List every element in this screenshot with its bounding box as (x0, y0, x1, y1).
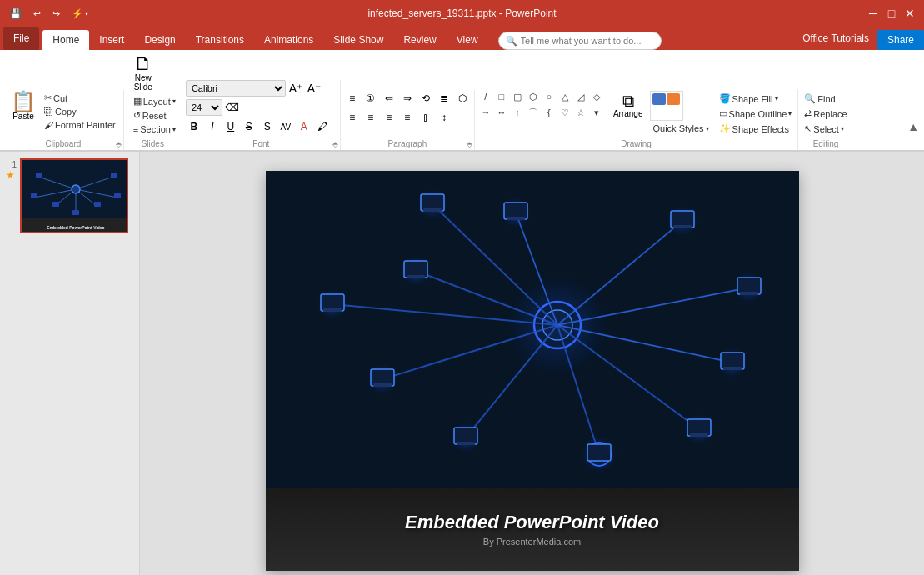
section-button[interactable]: ≡ Section ▾ (131, 123, 178, 135)
shape-heart-btn[interactable]: ♡ (557, 105, 572, 120)
find-button[interactable]: 🔍 Find (802, 92, 849, 105)
font-size-increase-button[interactable]: A⁺ (287, 80, 304, 97)
font-size-decrease-button[interactable]: A⁻ (306, 80, 322, 97)
shape-star-btn[interactable]: ☆ (573, 105, 588, 120)
shape-line-btn[interactable]: / (478, 89, 493, 104)
slide-thumbnail[interactable]: Embedded PowerPoint Video (20, 158, 128, 233)
tell-me-input[interactable] (521, 36, 654, 46)
align-center-button[interactable]: ≡ (362, 109, 379, 126)
arrange-icon: ⧉ (622, 92, 634, 109)
svg-rect-39 (507, 217, 525, 220)
new-slide-button[interactable]: 🗋 NewSlide (127, 53, 159, 93)
strikethrough-button[interactable]: S (241, 118, 257, 135)
columns-button[interactable]: ⫿ (417, 109, 434, 126)
shape-effects-button[interactable]: ✨ Shape Effects (717, 122, 795, 135)
underline-button[interactable]: U (222, 118, 239, 135)
shape-snip-rect-btn[interactable]: ⬡ (526, 89, 541, 104)
shape-oval-btn[interactable]: ○ (542, 89, 557, 104)
tab-view[interactable]: View (447, 30, 488, 50)
arrange-button[interactable]: ⧉ Arrange (609, 91, 647, 120)
paragraph-expand-icon[interactable]: ⬘ (467, 140, 472, 148)
justify-button[interactable]: ≡ (399, 109, 416, 126)
shape-brace-btn[interactable]: { (542, 105, 557, 120)
shape-doublearrow-btn[interactable]: ↔ (494, 105, 509, 120)
svg-rect-63 (407, 275, 425, 278)
paste-button[interactable]: 📋 Paste (7, 90, 40, 122)
bullets-button[interactable]: ≡ (344, 90, 361, 107)
paste-icon: 📋 (11, 92, 36, 112)
new-slide-label: NewSlide (134, 73, 152, 92)
tell-me-box[interactable]: 🔍 (498, 32, 662, 50)
tab-transitions[interactable]: Transitions (186, 30, 254, 50)
text-direction-button[interactable]: ⟲ (417, 90, 434, 107)
shape-diamond-btn[interactable]: ◇ (589, 89, 604, 104)
align-left-button[interactable]: ≡ (344, 109, 361, 126)
shadow-button[interactable]: S (259, 118, 276, 135)
text-highlight-button[interactable]: 🖍 (314, 118, 331, 135)
slide-footer-title: Embedded PowerPoint Video (405, 512, 659, 533)
slide-canvas[interactable]: Embedded PowerPoint Video By PresenterMe… (266, 171, 799, 571)
paste-label: Paste (12, 112, 34, 121)
tab-review[interactable]: Review (393, 30, 446, 50)
section-icon: ≡ (133, 124, 138, 134)
format-painter-button[interactable]: 🖌 Format Painter (42, 119, 118, 131)
shape-outline-button[interactable]: ▭ Shape Outline ▾ (717, 108, 795, 120)
font-color-button[interactable]: A (296, 118, 312, 135)
increase-indent-button[interactable]: ⇒ (399, 90, 416, 107)
layout-button[interactable]: ▦ Layout ▾ (131, 95, 178, 108)
clear-formatting-button[interactable]: ⌫ (224, 99, 241, 116)
tab-file[interactable]: File (3, 27, 39, 50)
tab-slideshow[interactable]: Slide Show (323, 30, 393, 50)
restore-button[interactable]: □ (884, 6, 899, 21)
smartart-button[interactable]: ⬡ (454, 90, 471, 107)
shape-rtriangle-btn[interactable]: ◿ (573, 89, 588, 104)
shape-outline-dropdown-arrow: ▾ (788, 110, 792, 118)
share-button[interactable]: Share (877, 30, 924, 50)
office-tutorials-button[interactable]: Office Tutorials (794, 27, 877, 50)
shape-rect-btn[interactable]: □ (494, 89, 509, 104)
shape-fill-button[interactable]: 🪣 Shape Fill ▾ (717, 92, 795, 105)
tab-animations[interactable]: Animations (254, 30, 323, 50)
svg-rect-51 (690, 433, 708, 437)
close-button[interactable]: ✕ (902, 6, 917, 21)
svg-rect-48 (723, 367, 742, 370)
align-right-button[interactable]: ≡ (381, 109, 397, 126)
slide-panel: 1 ★ (0, 152, 140, 575)
font-expand-icon[interactable]: ⬘ (332, 140, 338, 148)
redo-button[interactable]: ↪ (49, 7, 63, 21)
line-spacing-button[interactable]: ↕ (436, 109, 452, 126)
undo-button[interactable]: ↩ (30, 7, 44, 21)
font-family-select[interactable]: Calibri (186, 80, 286, 97)
select-icon: ↖ (804, 123, 812, 134)
reset-button[interactable]: ↺ Reset (131, 109, 178, 122)
main-area: 1 ★ (0, 152, 924, 575)
shape-more-btn[interactable]: ▾ (589, 105, 604, 120)
numbering-button[interactable]: ① (362, 90, 379, 107)
select-button[interactable]: ↖ Select ▾ (802, 122, 849, 135)
char-spacing-button[interactable]: AV (277, 118, 294, 135)
tab-insert[interactable]: Insert (89, 30, 134, 50)
copy-button[interactable]: ⿻ Copy (42, 106, 118, 118)
decrease-indent-button[interactable]: ⇐ (381, 90, 397, 107)
clipboard-expand-icon[interactable]: ⬘ (116, 140, 122, 148)
quick-styles-button[interactable]: Quick Styles ▾ (650, 122, 711, 134)
shape-triangle-btn[interactable]: △ (557, 89, 572, 104)
font-size-select[interactable]: 24 (186, 99, 222, 116)
quick-styles-dropdown-arrow: ▾ (706, 125, 709, 132)
align-text-button[interactable]: ≣ (436, 90, 452, 107)
shape-rounded-rect-btn[interactable]: ▢ (510, 89, 525, 104)
bold-button[interactable]: B (186, 118, 202, 135)
customize-qat-button[interactable]: ⚡▾ (68, 7, 92, 21)
shape-arrow-btn[interactable]: → (478, 105, 493, 120)
collapse-ribbon-button[interactable]: ▲ (906, 118, 921, 135)
replace-button[interactable]: ⇄ Replace (802, 108, 849, 120)
tab-design[interactable]: Design (134, 30, 185, 50)
svg-rect-10 (111, 172, 117, 178)
italic-button[interactable]: I (204, 118, 221, 135)
shape-uparrow-btn[interactable]: ↑ (510, 105, 525, 120)
save-button[interactable]: 💾 (7, 7, 25, 21)
tab-home[interactable]: Home (42, 30, 89, 50)
shape-curve-btn[interactable]: ⌒ (526, 105, 541, 120)
cut-button[interactable]: ✂ Cut (42, 92, 118, 104)
minimize-button[interactable]: ─ (866, 6, 881, 21)
